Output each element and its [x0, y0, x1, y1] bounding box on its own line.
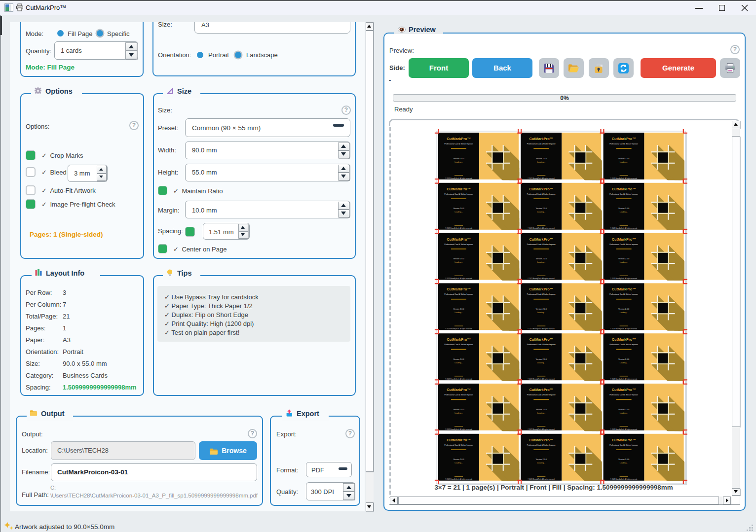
svg-text:3×7 = 21 | 1 page(s) | Portrai: 3×7 = 21 | 1 page(s) | Portrait | Front …	[434, 484, 673, 491]
